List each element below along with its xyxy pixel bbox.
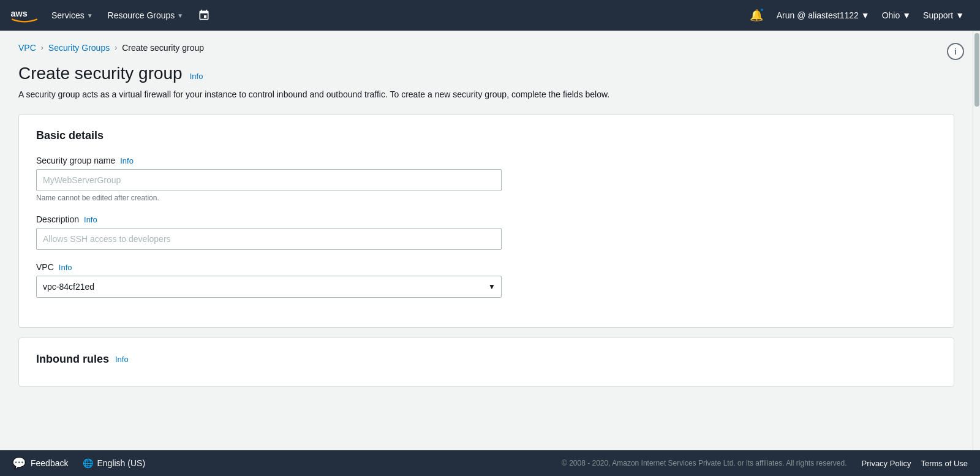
breadcrumb-current: Create security group — [122, 43, 204, 53]
scroll-track[interactable] — [973, 31, 980, 450]
nav-region-caret: ▼ — [902, 10, 911, 20]
page-title: Create security group — [18, 64, 183, 83]
nav-region[interactable]: Ohio ▼ — [876, 0, 917, 31]
security-group-name-hint: Name cannot be edited after creation. — [36, 194, 937, 202]
vpc-field: VPC Info vpc-84cf21ed ▼ — [36, 262, 937, 298]
nav-region-label: Ohio — [882, 10, 900, 20]
page-wrapper: i VPC › Security Groups › Create securit… — [0, 31, 980, 450]
page-description: A security group acts as a virtual firew… — [18, 89, 753, 99]
inbound-rules-title: Inbound rules — [36, 353, 109, 366]
language-label: English (US) — [97, 458, 145, 468]
breadcrumb: VPC › Security Groups › Create security … — [18, 43, 954, 53]
nav-user-label: Arun @ aliastest1122 — [777, 10, 859, 20]
top-navigation: aws Services ▼ Resource Groups ▼ 🔔 Arun … — [0, 0, 980, 31]
vpc-select[interactable]: vpc-84cf21ed — [36, 276, 502, 298]
security-group-name-field: Security group name Info Name cannot be … — [36, 156, 937, 202]
description-info-link[interactable]: Info — [84, 215, 97, 224]
security-group-name-label: Security group name — [36, 156, 115, 165]
description-label-row: Description Info — [36, 214, 937, 224]
privacy-policy-link[interactable]: Privacy Policy — [862, 459, 911, 468]
page-info-link[interactable]: Info — [190, 72, 203, 81]
terms-of-use-link[interactable]: Terms of Use — [921, 459, 968, 468]
security-group-name-label-row: Security group name Info — [36, 156, 937, 165]
aws-logo[interactable]: aws — [10, 6, 39, 25]
nav-pin[interactable] — [190, 0, 217, 31]
language-selector[interactable]: 🌐 English (US) — [83, 458, 145, 468]
feedback-button[interactable]: 💬 Feedback — [12, 456, 68, 470]
nav-support-label: Support — [923, 10, 953, 20]
basic-details-card: Basic details Security group name Info N… — [18, 114, 954, 328]
breadcrumb-sep-2: › — [115, 43, 117, 52]
side-info-button[interactable]: i — [947, 43, 964, 60]
nav-resource-groups[interactable]: Resource Groups ▼ — [100, 0, 191, 31]
nav-right: 🔔 Arun @ aliastest1122 ▼ Ohio ▼ Support … — [742, 0, 970, 31]
nav-user-caret: ▼ — [861, 10, 870, 20]
breadcrumb-vpc[interactable]: VPC — [18, 43, 36, 53]
basic-details-title: Basic details — [36, 129, 937, 142]
vpc-label: VPC — [36, 262, 54, 272]
main-content: i VPC › Security Groups › Create securit… — [0, 31, 973, 450]
description-label: Description — [36, 214, 79, 224]
nav-resource-groups-label: Resource Groups — [108, 10, 175, 20]
security-group-name-input[interactable] — [36, 169, 502, 191]
nav-services-caret: ▼ — [87, 12, 93, 19]
description-field: Description Info — [36, 214, 937, 250]
breadcrumb-security-groups[interactable]: Security Groups — [48, 43, 110, 53]
nav-user[interactable]: Arun @ aliastest1122 ▼ — [771, 0, 876, 31]
scroll-thumb[interactable] — [974, 33, 979, 107]
globe-icon: 🌐 — [83, 458, 93, 468]
inbound-rules-info-link[interactable]: Info — [115, 355, 129, 364]
page-title-row: Create security group Info — [18, 64, 954, 83]
nav-services-label: Services — [51, 10, 85, 20]
security-group-name-info-link[interactable]: Info — [120, 156, 134, 165]
vpc-select-wrapper: vpc-84cf21ed ▼ — [36, 276, 502, 298]
nav-support[interactable]: Support ▼ — [917, 0, 970, 31]
vpc-info-link[interactable]: Info — [59, 263, 72, 272]
nav-resource-groups-caret: ▼ — [177, 12, 183, 19]
copyright: © 2008 - 2020, Amazon Internet Services … — [562, 459, 847, 467]
feedback-label: Feedback — [31, 458, 68, 468]
nav-bell[interactable]: 🔔 — [742, 0, 771, 31]
description-input[interactable] — [36, 228, 502, 250]
nav-support-caret: ▼ — [956, 10, 964, 20]
bottom-links: Privacy Policy Terms of Use — [862, 459, 968, 468]
notification-dot — [760, 7, 764, 12]
nav-services[interactable]: Services ▼ — [44, 0, 100, 31]
inbound-rules-card: Inbound rules Info — [18, 338, 954, 387]
breadcrumb-sep-1: › — [41, 43, 43, 52]
feedback-icon: 💬 — [12, 456, 26, 470]
svg-text:aws: aws — [11, 9, 28, 18]
vpc-label-row: VPC Info — [36, 262, 937, 272]
bottom-bar: 💬 Feedback 🌐 English (US) © 2008 - 2020,… — [0, 450, 980, 476]
